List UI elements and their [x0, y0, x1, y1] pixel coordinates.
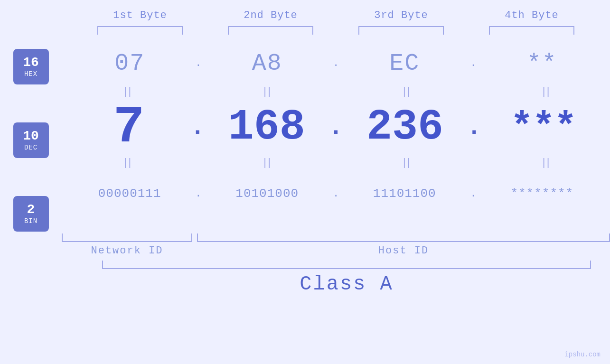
bin-val-2: 10101000	[235, 187, 299, 201]
dec-val-4: ***	[510, 106, 576, 149]
eq-sym-1-4: ||	[541, 86, 549, 98]
eq2-1: ||	[62, 157, 192, 169]
bracket-top-3	[358, 26, 444, 35]
host-id-label: Host ID	[197, 245, 610, 257]
byte-headers: 1st Byte 2nd Byte 3rd Byte 4th Byte	[75, 9, 597, 21]
eq-sym-2-2: ||	[262, 157, 270, 169]
bracket-top-4	[489, 26, 574, 35]
bracket-cell-1	[75, 26, 206, 35]
bin-badge: 2 BIN	[13, 196, 49, 232]
dec-cell-2: 168	[200, 103, 333, 151]
class-bracket	[102, 261, 591, 269]
bottom-brackets-container	[62, 233, 610, 242]
eq2-4: ||	[480, 157, 610, 169]
id-labels-container: Network ID Host ID	[62, 245, 610, 257]
class-label: Class A	[102, 273, 591, 296]
hex-cell-2: A8	[199, 50, 335, 77]
dec-label: DEC	[24, 144, 38, 151]
dec-cell-1: 7	[62, 98, 195, 157]
hex-row: 07 . A8 . EC . **	[62, 44, 610, 82]
bin-cell-2: 10101000	[199, 187, 335, 201]
bytes-grid: 07 . A8 . EC . ** || ||	[62, 44, 610, 215]
bracket-cell-2	[206, 26, 336, 35]
dec-val-3: 236	[366, 103, 443, 151]
eq-sym-2-4: ||	[541, 157, 549, 169]
footer: ipshu.com	[564, 351, 601, 358]
bin-number: 2	[27, 203, 35, 217]
eq-sym-2-3: ||	[401, 157, 410, 169]
hex-cell-4: **	[474, 50, 610, 77]
eq2-2: ||	[201, 157, 331, 169]
network-id-label: Network ID	[62, 245, 192, 257]
bracket-cell-3	[336, 26, 467, 35]
bracket-spacer	[192, 233, 197, 242]
dec-cell-3: 236	[338, 103, 472, 151]
hex-val-2: A8	[252, 50, 282, 77]
bin-cell-1: 00000111	[62, 187, 197, 201]
eq1-2: ||	[201, 86, 331, 98]
byte2-header: 2nd Byte	[206, 9, 336, 21]
dec-val-2: 168	[228, 103, 305, 151]
hex-label: HEX	[24, 70, 38, 78]
dec-val-1: 7	[113, 98, 144, 157]
dec-cell-4: ***	[477, 106, 610, 149]
hex-badge: 16 HEX	[13, 49, 49, 84]
dec-badge: 10 DEC	[13, 122, 49, 158]
hex-cell-1: 07	[62, 50, 197, 77]
eq1-1: ||	[62, 86, 192, 98]
bin-val-4: ********	[510, 187, 573, 201]
dec-number: 10	[23, 129, 39, 144]
top-brackets	[75, 26, 597, 35]
bracket-top-2	[228, 26, 313, 35]
bin-val-3: 11101100	[373, 187, 436, 201]
bin-cell-4: ********	[474, 187, 610, 201]
eq-sym-1-3: ||	[401, 86, 410, 98]
host-bracket	[197, 233, 610, 242]
main-container: 1st Byte 2nd Byte 3rd Byte 4th Byte 16 H…	[0, 0, 610, 364]
eq-sym-1-1: ||	[122, 86, 131, 98]
label-column: 16 HEX 10 DEC 2 BIN	[0, 44, 62, 232]
bracket-top-1	[97, 26, 183, 35]
dec-row: 7 . 168 . 236 . ***	[62, 101, 610, 153]
bin-val-1: 00000111	[98, 187, 161, 201]
eq2-3: ||	[341, 157, 471, 169]
eq-sym-2-1: ||	[122, 157, 131, 169]
content-area: 16 HEX 10 DEC 2 BIN 07 . A8	[0, 44, 610, 232]
byte1-header: 1st Byte	[75, 9, 206, 21]
eq1-3: ||	[341, 86, 471, 98]
eq-sym-1-2: ||	[262, 86, 270, 98]
eq1-4: ||	[480, 86, 610, 98]
bin-cell-3: 11101100	[337, 187, 472, 201]
bin-row: 00000111 . 10101000 . 11101100 . *******…	[62, 172, 610, 215]
hex-val-4: **	[527, 50, 557, 77]
byte4-header: 4th Byte	[467, 9, 597, 21]
byte3-header: 3rd Byte	[336, 9, 467, 21]
hex-cell-3: EC	[337, 50, 472, 77]
hex-number: 16	[23, 56, 39, 70]
hex-val-3: EC	[389, 50, 420, 77]
bin-label: BIN	[24, 217, 38, 225]
network-bracket	[62, 233, 192, 242]
bracket-cell-4	[467, 26, 597, 35]
hex-val-1: 07	[114, 50, 145, 77]
